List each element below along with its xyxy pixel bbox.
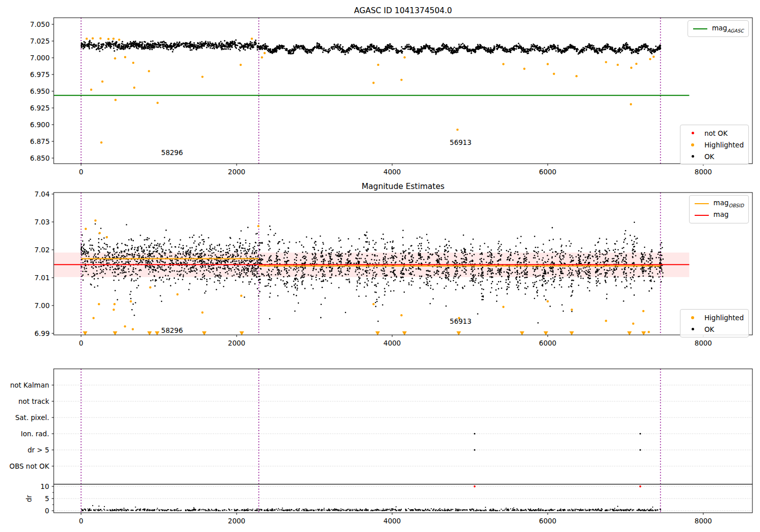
ok-point [252,272,253,274]
dr-point [360,509,361,510]
ok-point [553,45,554,47]
ok-point [188,289,190,290]
dr-point [123,510,124,511]
ok-point [530,46,532,48]
ok-point [650,259,652,261]
ok-point [551,284,553,286]
ok-point [162,41,163,43]
ok-point [351,46,353,48]
highlighted-point [502,306,504,308]
ok-point [572,280,573,281]
ok-point [626,280,628,282]
ok-point [560,238,561,240]
ok-point [578,274,580,275]
ok-point [295,48,297,50]
ok-point [627,48,629,49]
ok-point [560,261,561,263]
ok-point [220,276,222,277]
dr-point [213,510,214,511]
ok-point [180,247,182,249]
ok-point [509,281,511,283]
ok-point [403,280,404,281]
ok-point [259,261,261,263]
ok-point [479,259,481,260]
ok-point [501,272,502,274]
ok-point [106,259,108,261]
ok-point [387,45,389,46]
ok-point [575,270,577,272]
dr-point [242,509,243,510]
ok-point [101,239,102,241]
ok-point [366,267,367,269]
legend-sample-slot [685,155,700,158]
ok-point [381,238,383,240]
dr-point [374,509,375,510]
ok-point [518,261,519,262]
panel2-x-tick-label: 6000 [539,339,556,347]
ok-point [130,275,131,276]
dr-point [513,507,514,508]
ok-point [391,277,392,278]
ok-point [534,271,535,272]
ok-point [463,248,465,249]
ok-point [520,283,521,284]
ok-point [475,278,477,280]
ok-point [595,245,596,246]
ok-point [550,278,552,280]
ok-point [269,296,271,298]
ok-point [614,276,615,278]
ok-point [194,262,196,264]
ok-point [536,281,538,282]
ok-point [398,50,400,52]
highlighted-point [605,320,607,322]
panel3-x-tick-label: 6000 [539,517,556,525]
legend-sample-slot [685,328,700,330]
ok-point [540,275,541,276]
dr-point [144,509,145,510]
dr-point [508,510,509,511]
ok-point [482,278,484,279]
ok-point [131,240,132,241]
dr-point [441,509,442,510]
dr-point [126,510,127,511]
ok-point [236,267,237,269]
ok-point [606,253,607,255]
ok-point [256,250,257,252]
ok-point [428,275,430,276]
ok-point [499,259,500,261]
panel1-x-tick-label: 2000 [228,168,245,176]
ok-point [473,285,474,286]
ok-point [632,250,633,251]
ok-point [247,275,248,277]
ok-point [233,256,234,257]
ok-point [125,275,127,277]
ok-point [108,45,109,47]
dr-point [137,509,138,510]
ok-point [226,254,227,256]
ok-point [302,267,303,268]
ok-point [223,254,224,256]
ok-point [479,249,481,250]
ok-point [634,236,635,237]
ok-point [92,245,93,246]
highlighted-point [571,309,573,311]
ok-point [385,278,386,280]
ok-point [129,48,130,49]
ok-point [547,48,548,50]
ok-point [453,278,454,279]
ok-point [526,259,527,260]
ok-point [133,280,135,282]
ok-point [210,246,211,248]
ok-point [219,280,220,282]
ok-point [244,43,246,45]
dr-point [245,509,246,510]
dr-point [82,509,83,510]
ok-point [392,246,393,248]
ok-point [467,254,468,255]
panel1-y-tick-label: 6.850 [30,154,50,162]
ok-point [194,241,196,242]
dr-point [543,509,544,510]
ok-point [136,43,138,44]
dr-point [277,510,278,511]
dr-point [120,509,121,510]
